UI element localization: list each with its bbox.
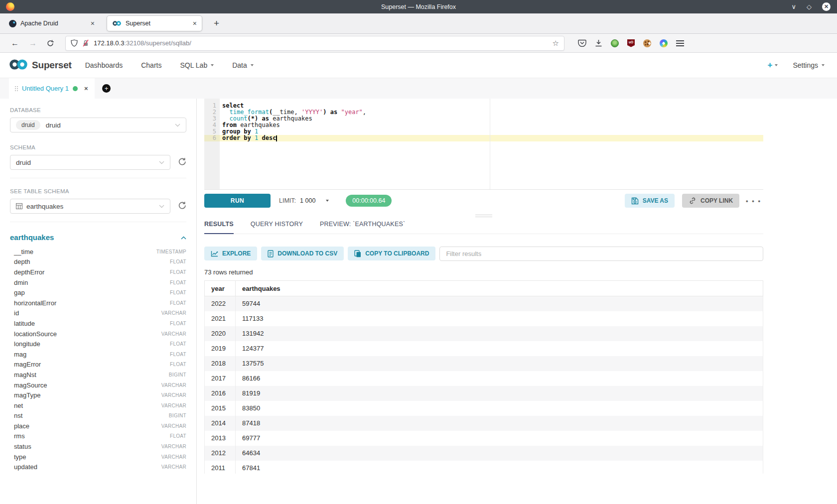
- schema-select[interactable]: druid: [10, 155, 170, 170]
- window-maximize-icon[interactable]: ◇: [807, 3, 812, 10]
- result-cell: 86166: [236, 371, 763, 386]
- resize-handle[interactable]: [475, 215, 492, 217]
- window-close-icon[interactable]: ✕: [822, 2, 831, 11]
- column-row[interactable]: horizontalErrorFLOAT: [10, 298, 186, 308]
- column-row[interactable]: magTypeVARCHAR: [10, 390, 186, 400]
- tab-results[interactable]: RESULTS: [204, 221, 234, 234]
- query-tab-untitled-query-1[interactable]: Untitled Query 1 ×: [9, 78, 95, 99]
- superset-brand[interactable]: Superset: [8, 58, 72, 73]
- result-cell: 117133: [236, 311, 763, 326]
- column-row[interactable]: placeVARCHAR: [10, 421, 186, 431]
- save-icon: [631, 197, 639, 205]
- filter-results-input[interactable]: [439, 247, 763, 261]
- column-name: horizontalError: [14, 299, 56, 307]
- column-row[interactable]: latitudeFLOAT: [10, 318, 186, 329]
- result-row: 2019124377: [205, 341, 763, 356]
- pocket-icon[interactable]: [578, 39, 586, 47]
- column-type: VARCHAR: [161, 392, 186, 398]
- downloads-icon[interactable]: [595, 39, 602, 47]
- table-schema-header[interactable]: earthquakes: [10, 233, 186, 242]
- refresh-table-icon[interactable]: [178, 201, 186, 212]
- database-label: DATABASE: [10, 107, 186, 113]
- column-row[interactable]: magFLOAT: [10, 349, 186, 360]
- table-select[interactable]: earthquakes: [10, 199, 170, 214]
- column-row[interactable]: nstBIGINT: [10, 411, 186, 421]
- database-select[interactable]: druid druid: [10, 118, 186, 132]
- privacy-badger-icon[interactable]: [611, 39, 619, 47]
- new-item-button[interactable]: +: [767, 60, 778, 70]
- url-text[interactable]: 172.18.0.3:32108/superset/sqllab/: [94, 39, 553, 47]
- column-row[interactable]: updatedVARCHAR: [10, 462, 186, 472]
- extension-icons: uO: [578, 39, 684, 47]
- column-row[interactable]: depthFLOAT: [10, 257, 186, 267]
- editor-code[interactable]: select time_format(__time, 'YYYY') as "y…: [220, 99, 763, 189]
- close-icon[interactable]: ×: [91, 19, 95, 27]
- nav-item-charts[interactable]: Charts: [141, 61, 161, 69]
- code-line[interactable]: count(*) as earthquakes: [220, 116, 763, 122]
- insecure-lock-icon[interactable]: [82, 39, 89, 47]
- download-csv-button[interactable]: DOWNLOAD TO CSV: [261, 247, 344, 260]
- nav-item-data[interactable]: Data: [232, 61, 254, 69]
- column-type: TIMESTAMP: [156, 249, 186, 254]
- add-query-tab-button[interactable]: +: [95, 78, 118, 99]
- nav-item-dashboards[interactable]: Dashboards: [85, 61, 123, 69]
- column-row[interactable]: magErrorFLOAT: [10, 360, 186, 370]
- url-bar[interactable]: 172.18.0.3:32108/superset/sqllab/ ☆: [65, 36, 564, 51]
- column-row[interactable]: netVARCHAR: [10, 400, 186, 411]
- nav-right: + Settings: [767, 60, 825, 70]
- colorful-extension-icon[interactable]: [660, 39, 668, 47]
- settings-menu[interactable]: Settings: [793, 61, 825, 69]
- column-name: longitude: [14, 340, 40, 348]
- close-icon[interactable]: ×: [193, 19, 197, 27]
- back-icon[interactable]: ←: [11, 39, 19, 47]
- column-row[interactable]: magNstBIGINT: [10, 370, 186, 380]
- column-header-earthquakes[interactable]: earthquakes: [236, 281, 763, 296]
- copy-link-button[interactable]: COPY LINK: [682, 194, 739, 208]
- results-actions: EXPLORE DOWNLOAD TO CSV COPY TO CLIPBOAR…: [204, 247, 763, 261]
- limit-value: 1 000: [300, 197, 315, 204]
- ublock-origin-icon[interactable]: uO: [627, 39, 635, 47]
- browser-tab-apache-druid[interactable]: Apache Druid ×: [4, 15, 100, 31]
- column-row[interactable]: idVARCHAR: [10, 308, 186, 319]
- code-line[interactable]: group by 1: [220, 128, 763, 135]
- column-row[interactable]: gapFLOAT: [10, 287, 186, 298]
- close-icon[interactable]: ×: [84, 85, 88, 92]
- result-row: 2018137575: [205, 356, 763, 371]
- chevron-up-icon[interactable]: [181, 233, 186, 242]
- gutter-line-number: 4: [204, 122, 220, 128]
- column-row[interactable]: longitudeFLOAT: [10, 339, 186, 349]
- window-minimize-icon[interactable]: ∨: [791, 3, 796, 10]
- column-row[interactable]: dminFLOAT: [10, 277, 186, 288]
- column-row[interactable]: locationSourceVARCHAR: [10, 329, 186, 339]
- bookmark-star-icon[interactable]: ☆: [553, 39, 559, 48]
- column-row[interactable]: depthErrorFLOAT: [10, 267, 186, 277]
- copy-clipboard-button[interactable]: COPY TO CLIPBOARD: [348, 247, 435, 260]
- browser-tab-superset[interactable]: Superset ×: [107, 15, 202, 31]
- new-tab-button[interactable]: +: [214, 18, 219, 29]
- sql-editor[interactable]: 123456 select time_format(__time, 'YYYY'…: [204, 99, 763, 189]
- hamburger-menu-icon[interactable]: [676, 40, 684, 46]
- nav-item-sql-lab[interactable]: SQL Lab: [180, 61, 214, 69]
- query-tab-title: Untitled Query 1: [22, 85, 69, 92]
- column-row[interactable]: statusVARCHAR: [10, 441, 186, 452]
- code-line[interactable]: order by 1 desc: [220, 135, 763, 141]
- explore-button[interactable]: EXPLORE: [204, 247, 257, 260]
- tab-preview-earthquakes[interactable]: PREVIEW: `EARTHQUAKES`: [320, 221, 405, 234]
- column-row[interactable]: __timeTIMESTAMP: [10, 247, 186, 257]
- refresh-schema-icon[interactable]: [178, 157, 186, 168]
- forward-icon[interactable]: →: [29, 39, 37, 47]
- column-row[interactable]: magSourceVARCHAR: [10, 380, 186, 390]
- shield-icon[interactable]: [71, 39, 78, 47]
- run-button[interactable]: RUN: [204, 194, 271, 208]
- tab-query-history[interactable]: QUERY HISTORY: [251, 221, 303, 234]
- save-as-button[interactable]: SAVE AS: [625, 194, 675, 208]
- column-row[interactable]: rmsFLOAT: [10, 431, 186, 442]
- cookie-extension-icon[interactable]: [643, 39, 651, 47]
- drag-handle-icon[interactable]: [14, 86, 18, 92]
- reload-icon[interactable]: [47, 40, 54, 47]
- more-options-icon[interactable]: • • •: [746, 197, 761, 205]
- code-line[interactable]: from earthquakes: [220, 122, 763, 128]
- column-header-year[interactable]: year: [205, 281, 236, 296]
- column-row[interactable]: typeVARCHAR: [10, 452, 186, 462]
- limit-control[interactable]: LIMIT: 1 000: [279, 197, 329, 204]
